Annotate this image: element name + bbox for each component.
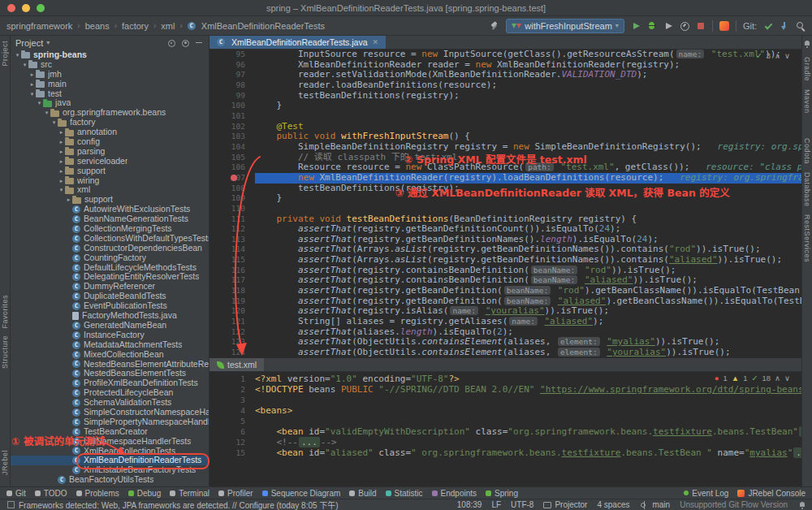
code-line-112[interactable]: 112 assertThat(registry.getBeanDefinitio… xyxy=(209,224,801,235)
xml-line-15[interactable]: 15 <bean id="aliased" class=" org.spring… xyxy=(209,447,801,458)
status-108-39[interactable]: 108:39 xyxy=(457,500,482,509)
tree-toggle-icon[interactable]: ▾ xyxy=(43,108,50,118)
tree-item-duplicatebeanidtests[interactable]: CDuplicateBeanIdTests xyxy=(11,292,209,301)
code-line-119[interactable]: 119 assertThat(registry.getBeanDefinitio… xyxy=(209,296,801,307)
tree-toggle-icon[interactable]: ▾ xyxy=(50,118,58,128)
breadcrumb-item-factory[interactable]: factory xyxy=(122,21,149,31)
window-grid-icon[interactable] xyxy=(7,501,15,508)
tree-item-xml[interactable]: ▾xml xyxy=(11,185,209,195)
notifications-icon[interactable] xyxy=(797,500,807,510)
toolwindow-button-build[interactable]: Build xyxy=(349,489,376,498)
tree-item-serviceloader[interactable]: ▸serviceloader xyxy=(11,157,209,166)
tree-item-utilnamespacehandlertests[interactable]: CUtilNamespaceHandlerTests xyxy=(11,437,209,447)
git-update-icon[interactable] xyxy=(780,21,789,31)
code-line-100[interactable]: 100 } xyxy=(209,101,801,111)
status-utf-8[interactable]: UTF-8 xyxy=(511,500,533,509)
code-line-120[interactable]: 120 assertThat(registry.isAlias(name: "y… xyxy=(209,306,801,317)
tree-item-protectedlifecyclebean[interactable]: CProtectedLifecycleBean xyxy=(11,388,209,398)
tree-item-eventpublicationtests[interactable]: CEventPublicationTests xyxy=(11,301,209,311)
status-lf[interactable]: LF xyxy=(491,500,501,509)
breadcrumb-item-beans[interactable]: beans xyxy=(85,21,110,31)
tool-strip-database[interactable]: Database xyxy=(803,172,811,207)
tree-item-nestedbeanselementtests[interactable]: CNestedBeansElementTests xyxy=(11,369,209,378)
code-line-108[interactable]: 108 testBeanDefinitions(registry); xyxy=(209,184,801,194)
code-line-116[interactable]: 116 assertThat(registry.containsBeanDefi… xyxy=(209,266,801,276)
tree-toggle-icon[interactable]: ▾ xyxy=(28,89,36,99)
code-line-113[interactable]: 113 assertThat(registry.getBeanDefinitio… xyxy=(209,235,801,245)
tree-item-config[interactable]: ▸config xyxy=(11,137,209,147)
minimize-window-icon[interactable] xyxy=(22,4,30,12)
tree-toggle-icon[interactable]: ▸ xyxy=(58,176,65,186)
tree-item-beanfactoryutilstests[interactable]: CBeanFactoryUtilsTests xyxy=(11,475,209,485)
close-window-icon[interactable] xyxy=(7,4,15,12)
run-configuration-select[interactable]: withFreshInputStream▾ xyxy=(506,19,624,33)
xml-line-5[interactable]: 5 xyxy=(209,416,801,426)
tree-toggle-icon[interactable]: ▸ xyxy=(58,157,65,166)
tree-item-beannamegenerationtests[interactable]: CBeanNameGenerationTests xyxy=(11,214,209,224)
close-tab-icon[interactable]: ✕ xyxy=(373,38,379,46)
code-line-95[interactable]: 95 InputSource resource = new InputSourc… xyxy=(209,50,801,60)
xml-line-6[interactable]: 6 <bean id="validEmptyWithDescription" c… xyxy=(209,426,801,437)
tree-item-xmlbeancollectiontests[interactable]: CXmlBeanCollectionTests xyxy=(11,447,209,456)
tool-strip-codota[interactable]: Codota xyxy=(803,138,811,164)
tool-strip-gradle[interactable]: Gradle xyxy=(803,57,811,81)
tree-item-org-springframework-beans[interactable]: ▾org.springframework.beans xyxy=(11,108,209,118)
code-line-110[interactable]: 110 xyxy=(209,204,801,214)
toolwindow-button-event-log[interactable]: Event Log xyxy=(684,489,728,498)
tree-item-collectionswithdefaulttypestests[interactable]: CCollectionsWithDefaultTypesTests xyxy=(11,234,209,244)
tool-strip-maven[interactable]: Maven xyxy=(803,89,811,114)
code-line-122[interactable]: 122 assertThat(aliases.length).isEqualTo… xyxy=(209,327,801,338)
tree-item-constructordependenciesbean[interactable]: CConstructorDependenciesBean xyxy=(11,244,209,253)
hide-panel-icon[interactable] xyxy=(194,38,204,48)
toolwindow-button-problems[interactable]: Problems xyxy=(76,489,119,498)
toolwindow-button-endpoints[interactable]: Endpoints xyxy=(432,489,477,498)
toolwindow-button-jrebel-console[interactable]: JRebel Console xyxy=(737,489,806,498)
inspections-widget[interactable]: ✓ 3 ∧ ∨ xyxy=(756,51,790,60)
settings-gear-icon[interactable] xyxy=(180,38,190,48)
tool-strip-restservices[interactable]: RestServices xyxy=(803,214,811,262)
code-line-96[interactable]: 96 XmlBeanDefinitionReader reader = new … xyxy=(209,60,801,71)
tool-strip-favorites[interactable]: Favorites xyxy=(1,295,9,329)
next-occurrence-icon[interactable]: ∨ xyxy=(784,51,790,60)
tree-item-main[interactable]: ▸main xyxy=(11,80,209,89)
tree-item-parsing[interactable]: ▸parsing xyxy=(11,147,209,157)
tree-toggle-icon[interactable]: ▾ xyxy=(36,98,43,108)
tree-toggle-icon[interactable]: ▸ xyxy=(58,137,65,147)
tree-item-metadataattachmenttests[interactable]: CMetadataAttachmentTests xyxy=(11,340,209,350)
stop-icon[interactable] xyxy=(696,21,706,31)
tree-toggle-icon[interactable]: ▸ xyxy=(58,166,65,176)
code-line-109[interactable]: 109 } xyxy=(209,193,801,204)
prev-occurrence-icon[interactable]: ∧ xyxy=(775,51,780,60)
tool-strip-structure[interactable]: Structure xyxy=(1,335,9,369)
profiler-icon[interactable] xyxy=(680,21,689,31)
tree-item-profilexmlbeandefinitiontests[interactable]: CProfileXmlBeanDefinitionTests xyxy=(11,378,209,388)
project-panel-title[interactable]: Project xyxy=(15,38,43,48)
tree-item-dummyreferencer[interactable]: CDummyReferencer xyxy=(11,282,209,292)
next-occurrence-icon[interactable]: ∨ xyxy=(784,374,790,382)
tree-item-src[interactable]: ▾src xyxy=(11,60,209,70)
tree-toggle-icon[interactable]: ▾ xyxy=(14,50,21,60)
prev-occurrence-icon[interactable]: ∧ xyxy=(775,374,780,382)
tree-item-simpleconstructornamespacehan[interactable]: CSimpleConstructorNamespaceHan... xyxy=(11,408,209,417)
tool-strip-jrebel[interactable]: JRebel xyxy=(1,450,9,475)
tree-item-spring-beans[interactable]: ▾spring-beans xyxy=(11,50,209,60)
status-projector[interactable]: Projector xyxy=(543,500,587,509)
tree-item-mixedcollectionbean[interactable]: CMixedCollectionBean xyxy=(11,350,209,360)
xml-line-1[interactable]: 1<?xml version="1.0" encoding="UTF-8"?> xyxy=(209,374,801,384)
breadcrumb-item-xml[interactable]: xml xyxy=(161,21,175,31)
locate-file-icon[interactable] xyxy=(166,38,176,48)
tree-item-countingfactory[interactable]: CCountingFactory xyxy=(11,253,209,263)
code-line-105[interactable]: 105 // 读取 classpath 下的 test.xml xyxy=(209,153,801,163)
tree-item-test[interactable]: ▾test xyxy=(11,89,209,99)
java-editor[interactable]: ✓ 3 ∧ ∨ 95 InputSource resource = new In… xyxy=(209,50,801,358)
tree-item-wiring[interactable]: ▸wiring xyxy=(11,176,209,186)
toolwindow-button-debug[interactable]: Debug xyxy=(128,489,161,498)
xml-line-12[interactable]: 12 <!--...--> xyxy=(209,437,801,447)
status-unsupported-git-flow-version[interactable]: Unsupported Git Flow Version xyxy=(680,500,788,509)
tree-item-jmh[interactable]: ▸jmh xyxy=(11,70,209,80)
status-4-spaces[interactable]: 4 spaces xyxy=(597,500,629,509)
git-check-icon[interactable] xyxy=(763,21,773,31)
code-line-115[interactable]: 115 assertThat(Arrays.asList(registry.ge… xyxy=(209,255,801,266)
tree-item-simplepropertynamespacehandle[interactable]: CSimplePropertyNamespaceHandle... xyxy=(11,417,209,427)
tree-item-testbeancreator[interactable]: CTestBeanCreator xyxy=(11,427,209,437)
